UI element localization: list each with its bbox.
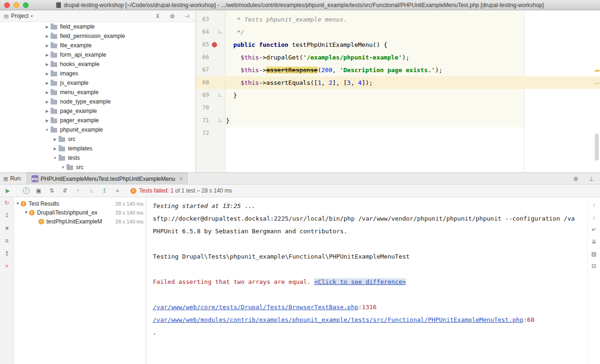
hide-panel-icon[interactable]: ⊣ <box>183 13 191 20</box>
chevron-right-icon[interactable]: ▶ <box>44 109 50 113</box>
chevron-right-icon[interactable]: ▶ <box>44 119 50 123</box>
fold-marker-icon[interactable] <box>219 30 222 33</box>
test-tree-item[interactable]: ▼!Drupal\Tests\phpunit_ex28 s 140 ms <box>14 208 146 217</box>
code-line-64[interactable]: */ <box>226 26 600 38</box>
stop-icon[interactable]: ■ <box>3 224 11 232</box>
code-line-72[interactable] <box>226 127 600 140</box>
tree-item-templates[interactable]: ▶templates <box>0 144 195 153</box>
tree-item-node_type_example[interactable]: ▶node_type_example <box>0 97 195 106</box>
chevron-right-icon[interactable]: ▶ <box>52 147 58 151</box>
rerun-failed-tests-icon[interactable]: ↻ <box>3 199 11 207</box>
chevron-down-icon[interactable]: ▼ <box>44 128 50 132</box>
console-link[interactable]: /var/www/web/core/tests/Drupal/Tests/Bro… <box>153 304 358 311</box>
hide-window-icon[interactable]: ⊥ <box>587 175 595 183</box>
more-actions-icon[interactable]: » <box>113 187 121 194</box>
code-line-68[interactable]: $this->assertEquals([1, 2], [3, 4]); <box>226 76 600 89</box>
gutter-line-63[interactable]: 63 <box>196 13 225 26</box>
tree-item-field_permission_example[interactable]: ▶field_permission_example <box>0 31 195 41</box>
previous-failed-test-icon[interactable]: ↑ <box>74 187 82 194</box>
show-passed-icon[interactable]: ✓ <box>23 187 30 194</box>
tree-item-src[interactable]: ▼src <box>0 163 195 172</box>
fold-marker-icon[interactable] <box>219 93 222 97</box>
gutter-line-71[interactable]: 71 <box>196 114 225 127</box>
chevron-right-icon[interactable]: ▶ <box>44 34 50 38</box>
chevron-down-icon[interactable]: ▼ <box>15 201 21 206</box>
tree-item-menu_example[interactable]: ▶menu_example <box>0 88 195 97</box>
clear-console-icon[interactable]: ⊟ <box>590 262 598 270</box>
sort-alphabetically-icon[interactable]: ⇅ <box>48 187 56 194</box>
down-stack-trace-icon[interactable]: ↓ <box>590 214 598 221</box>
run-tab-active[interactable]: php PHPUnitExampleMenuTest.testPhpUnitEx… <box>27 173 188 184</box>
show-ignored-icon[interactable]: ▣ <box>35 187 43 194</box>
tree-item-src[interactable]: ▶src <box>0 134 195 144</box>
tree-item-page_example[interactable]: ▶page_example <box>0 106 195 116</box>
gutter-line-70[interactable]: 70 <box>196 102 225 114</box>
test-tree-item[interactable]: !testPhpUnitExampleM28 s 140 ms <box>14 217 146 226</box>
gutter-line-72[interactable]: 72 <box>196 127 225 140</box>
chevron-down-icon[interactable]: ▼ <box>52 156 58 160</box>
editor-scrollbar-thumb[interactable] <box>595 134 599 161</box>
gutter-line-69[interactable]: 69 <box>196 89 225 102</box>
tree-item-js_example[interactable]: ▶js_example <box>0 78 195 88</box>
chevron-right-icon[interactable]: ▶ <box>44 81 50 85</box>
gutter-line-65[interactable]: 65 <box>196 38 225 51</box>
settings-gear-icon[interactable]: ⚙ <box>168 13 176 20</box>
close-icon[interactable]: × <box>3 262 11 270</box>
tree-item-pager_example[interactable]: ▶pager_example <box>0 116 195 125</box>
editor-code-lines[interactable]: * Tests phpunit_example menus. */ public… <box>226 10 600 140</box>
chevron-right-icon[interactable]: ▶ <box>44 53 50 57</box>
chevron-right-icon[interactable]: ▶ <box>44 90 50 95</box>
project-panel-title[interactable]: Project <box>11 13 28 19</box>
console-link[interactable]: <Click to see difference> <box>314 278 406 285</box>
tree-item-hooks_example[interactable]: ▶hooks_example <box>0 59 195 69</box>
chevron-down-icon[interactable]: ▾ <box>31 14 33 18</box>
scroll-to-end-icon[interactable]: ⇊ <box>590 238 598 245</box>
fold-marker-icon[interactable] <box>219 119 222 122</box>
code-line-65[interactable]: public function testPhpUnitExampleMenu()… <box>226 38 600 51</box>
chevron-right-icon[interactable]: ▶ <box>44 25 50 29</box>
import-test-results-icon[interactable]: ↥ <box>100 187 108 194</box>
chevron-down-icon[interactable]: ▼ <box>60 165 66 170</box>
collapse-all-icon[interactable]: ⊼ <box>154 13 162 20</box>
soft-wrap-icon[interactable]: ↵ <box>590 226 598 233</box>
console-link[interactable]: /var/www/web/modules/contrib/examples/ph… <box>153 316 524 323</box>
tree-item-phpunit_example[interactable]: ▼phpunit_example <box>0 125 195 134</box>
sort-by-duration-icon[interactable]: ⇵ <box>61 187 69 194</box>
code-line-71[interactable]: } <box>226 114 600 127</box>
gutter-line-68[interactable]: 68 <box>196 76 225 89</box>
gutter-line-66[interactable]: 66 <box>196 51 225 64</box>
up-stack-trace-icon[interactable]: ↑ <box>590 201 598 209</box>
close-window-button[interactable] <box>4 2 10 8</box>
code-line-70[interactable] <box>226 102 600 114</box>
chevron-right-icon[interactable]: ▶ <box>52 137 58 141</box>
chevron-right-icon[interactable]: ▶ <box>44 72 50 76</box>
close-tab-icon[interactable]: × <box>180 175 183 182</box>
chevron-right-icon[interactable]: ▶ <box>44 62 50 67</box>
code-line-66[interactable]: $this->drupalGet('/examples/phpunit-exam… <box>226 51 600 64</box>
tree-item-tests[interactable]: ▼tests <box>0 153 195 163</box>
settings-gear-icon[interactable]: ⚙ <box>572 175 580 183</box>
test-tree-item[interactable]: ▼!Test Results28 s 140 ms <box>14 199 146 208</box>
rerun-tests-icon[interactable]: ▶ <box>4 187 12 194</box>
minimize-window-button[interactable] <box>14 2 19 8</box>
chevron-right-icon[interactable]: ▶ <box>44 44 50 48</box>
test-history-icon[interactable]: ≡ <box>3 237 11 245</box>
code-line-69[interactable]: } <box>226 89 600 102</box>
import-results-icon[interactable]: ↧ <box>3 212 11 219</box>
tree-item-images[interactable]: ▶images <box>0 69 195 78</box>
tree-item-field_example[interactable]: ▶field_example <box>0 22 195 31</box>
next-failed-test-icon[interactable]: ↓ <box>87 187 95 194</box>
chevron-down-icon[interactable]: ▼ <box>23 210 29 215</box>
export-test-results-icon[interactable]: ↥ <box>3 250 11 257</box>
tree-item-form_api_example[interactable]: ▶form_api_example <box>0 50 195 59</box>
failed-test-gutter-icon[interactable] <box>212 42 217 47</box>
gutter-line-67[interactable]: 67 <box>196 64 225 76</box>
zoom-window-button[interactable] <box>23 2 29 8</box>
chevron-right-icon[interactable]: ▶ <box>44 100 50 104</box>
warning-stripe-mark[interactable] <box>595 70 600 72</box>
code-line-67[interactable]: $this->assertResponse(200, 'Description … <box>226 64 600 76</box>
code-line-63[interactable]: * Tests phpunit_example menus. <box>226 13 600 26</box>
tree-item-file_example[interactable]: ▶file_example <box>0 41 195 50</box>
print-icon[interactable]: ▤ <box>590 250 598 258</box>
console-output[interactable]: Testing started at 13:25 ...sftp://docke… <box>146 197 587 364</box>
